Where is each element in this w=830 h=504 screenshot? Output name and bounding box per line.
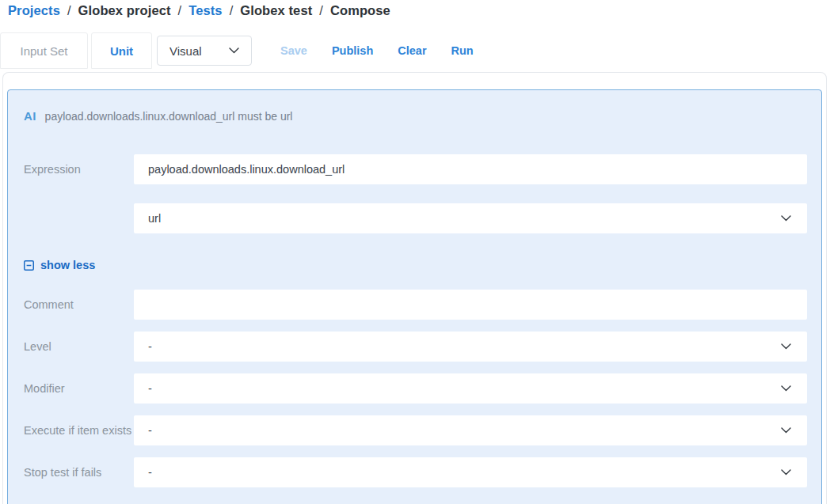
breadcrumb-link-tests[interactable]: Tests	[188, 3, 222, 18]
view-mode-select[interactable]: Visual	[157, 36, 252, 66]
minus-square-icon	[24, 260, 34, 271]
chevron-down-icon	[781, 385, 791, 392]
stop-test-if-fails-label: Stop test if fails	[24, 457, 134, 481]
chevron-down-icon	[229, 47, 239, 54]
tab-input-set[interactable]: Input Set	[0, 32, 88, 69]
breadcrumb-separator: /	[178, 3, 182, 18]
stop-test-if-fails-value: -	[148, 466, 152, 479]
comment-input[interactable]	[134, 290, 807, 320]
level-row: Level -	[24, 332, 807, 362]
comment-label: Comment	[24, 290, 134, 313]
modifier-row: Modifier -	[24, 373, 807, 404]
show-less-toggle[interactable]: show less	[24, 259, 95, 271]
breadcrumb-separator: /	[67, 3, 71, 18]
compose-content: AI payload.downloads.linux.download_url …	[2, 72, 827, 504]
view-mode-value: Visual	[169, 44, 202, 58]
chevron-down-icon	[781, 469, 791, 476]
level-label: Level	[24, 332, 134, 355]
modifier-label: Modifier	[24, 373, 134, 397]
assertion-type-row: url	[24, 203, 807, 233]
show-less-label: show less	[40, 259, 95, 271]
expression-label: Expression	[24, 154, 134, 178]
ai-badge: AI	[24, 109, 36, 123]
breadcrumb-separator: /	[319, 3, 323, 18]
execute-if-item-exists-label: Execute if item exists	[24, 415, 134, 439]
modifier-value: -	[148, 382, 152, 395]
assertion-type-value: url	[148, 212, 161, 225]
expression-row: Expression	[24, 154, 807, 184]
stop-test-if-fails-select[interactable]: -	[134, 457, 807, 487]
clear-button[interactable]: Clear	[398, 44, 426, 57]
publish-button[interactable]: Publish	[332, 44, 373, 57]
breadcrumb-item-compose: Compose	[330, 3, 390, 18]
assertion-type-label	[24, 203, 134, 210]
chevron-down-icon	[781, 343, 791, 350]
tab-unit[interactable]: Unit	[91, 32, 152, 69]
expression-input[interactable]	[134, 154, 807, 184]
save-button[interactable]: Save	[280, 44, 307, 57]
comment-row: Comment	[24, 290, 807, 320]
assertion-header: AI payload.downloads.linux.download_url …	[24, 109, 807, 123]
run-button[interactable]: Run	[451, 44, 474, 57]
breadcrumb-link-projects[interactable]: Projects	[8, 3, 60, 18]
level-value: -	[148, 340, 152, 353]
assertion-panel: AI payload.downloads.linux.download_url …	[7, 89, 822, 504]
modifier-select[interactable]: -	[134, 373, 807, 404]
chevron-down-icon	[781, 215, 791, 222]
level-select[interactable]: -	[134, 332, 807, 362]
assertion-type-select[interactable]: url	[134, 203, 807, 233]
execute-if-item-exists-row: Execute if item exists -	[24, 415, 807, 445]
execute-if-item-exists-select[interactable]: -	[134, 415, 807, 445]
breadcrumb-separator: /	[230, 3, 234, 18]
assertion-title: payload.downloads.linux.download_url mus…	[45, 110, 293, 123]
toolbar: Input Set Unit Visual Save Publish Clear…	[0, 32, 830, 70]
breadcrumb-item-test: Globex test	[240, 3, 312, 18]
toolbar-actions: Save Publish Clear Run	[280, 44, 474, 57]
breadcrumb: Projects / Globex project / Tests / Glob…	[0, 0, 830, 19]
chevron-down-icon	[781, 427, 791, 434]
execute-if-item-exists-value: -	[148, 424, 152, 437]
breadcrumb-item-project: Globex project	[78, 3, 171, 18]
stop-test-if-fails-row: Stop test if fails -	[24, 457, 807, 487]
